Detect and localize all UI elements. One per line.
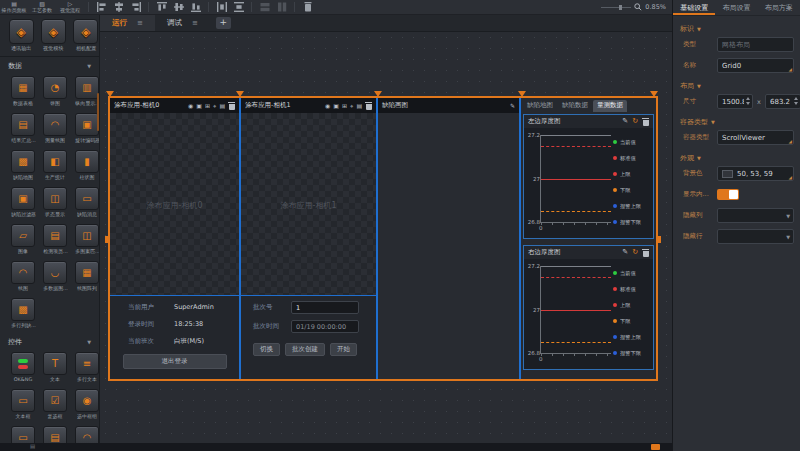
show-content-toggle[interactable]: [717, 189, 739, 200]
sidebar-tile[interactable]: ≡多行文本: [74, 352, 100, 383]
pencil-icon[interactable]: ✎: [622, 118, 628, 125]
selection-handle[interactable]: [105, 236, 109, 243]
tab-measure-data[interactable]: 量测数据: [593, 100, 627, 112]
sidebar-tile[interactable]: ◫多图案匹...: [74, 224, 100, 255]
delete-icon[interactable]: [301, 1, 314, 14]
type-field[interactable]: [718, 38, 793, 51]
batch-no-input[interactable]: [291, 301, 359, 314]
same-height-icon[interactable]: [275, 1, 288, 14]
tab-layout-scheme[interactable]: 布局方案: [758, 0, 800, 15]
add-tab-button[interactable]: +: [216, 17, 231, 29]
refresh-icon[interactable]: ↻: [632, 249, 638, 256]
sidebar-tile[interactable]: ▦线图阵列: [74, 261, 100, 292]
section-appearance[interactable]: 外观▼: [680, 153, 800, 163]
section-container-type[interactable]: 容器类型▼: [680, 117, 800, 127]
quick-operator-panel-button[interactable]: ▤ 操作员面板: [0, 1, 28, 14]
design-canvas[interactable]: 涂布应用-相机0 ◉ ▣ ⊞ ⌖ ▤ 涂布应用-相机0 当前用户SuperAdm…: [100, 32, 672, 443]
sidebar-tile[interactable]: ◫状态显示: [42, 187, 68, 218]
section-identity[interactable]: 标识▼: [680, 24, 800, 34]
locate-icon[interactable]: ⌖: [213, 103, 216, 109]
selection-handle[interactable]: [650, 91, 658, 97]
name-field[interactable]: [718, 59, 793, 72]
pencil-icon[interactable]: ✎: [622, 249, 628, 256]
selection-handle[interactable]: [106, 91, 114, 97]
statusbar-grid-icon[interactable]: ▤: [30, 444, 35, 450]
pencil-icon[interactable]: ✎: [510, 103, 515, 109]
sidebar-tile[interactable]: ▭缺陷消息: [74, 187, 100, 218]
tab-defect-map[interactable]: 缺陷地图: [523, 100, 557, 112]
camera-config-button[interactable]: ◈ 相机配置: [73, 19, 99, 52]
selection-handle[interactable]: [657, 236, 661, 243]
left-thickness-chart[interactable]: 左边厚度图 ✎ ↻ 27.2: [523, 114, 654, 239]
sidebar-tile[interactable]: ▭文本框: [10, 389, 36, 420]
right-thickness-chart[interactable]: 右边厚度图 ✎ ↻ 27.2: [523, 245, 654, 370]
zoom-fit-icon[interactable]: ⊞: [342, 103, 347, 109]
zoom-slider[interactable]: [601, 7, 631, 8]
crosshair-icon[interactable]: ◉: [188, 103, 193, 109]
delete-icon[interactable]: [228, 102, 235, 110]
batch-time-input[interactable]: [291, 320, 359, 333]
refresh-icon[interactable]: ↻: [632, 118, 638, 125]
quick-vision-flow-button[interactable]: ▷ 视觉流程: [56, 1, 84, 14]
tab-layout-settings[interactable]: 布局设置: [715, 0, 757, 15]
sidebar-tile[interactable]: ☑复选框: [42, 389, 68, 420]
align-bottom-icon[interactable]: [189, 1, 202, 14]
start-button[interactable]: 开始: [330, 343, 357, 356]
batch-create-button[interactable]: 批次创建: [285, 343, 325, 356]
distribute-vertical-icon[interactable]: [232, 1, 245, 14]
tab-defect-data[interactable]: 缺陷数据: [558, 100, 592, 112]
sidebar-tile[interactable]: ▱图像: [10, 224, 36, 255]
stepper-icon[interactable]: [746, 97, 750, 105]
align-right-icon[interactable]: [129, 1, 142, 14]
comm-output-button[interactable]: ◈ 通讯输出: [8, 19, 34, 52]
sidebar-tile[interactable]: ◉选中框组: [74, 389, 100, 420]
scale-1-1-icon[interactable]: ▣: [196, 103, 202, 109]
sidebar-tile[interactable]: ◠测量线图: [42, 113, 68, 144]
tab-debug[interactable]: 调试 ≡: [155, 15, 210, 31]
tab-menu-icon[interactable]: ≡: [192, 19, 198, 27]
sidebar-tile-okng[interactable]: ◉OK&NG: [10, 352, 36, 383]
tab-basic-settings[interactable]: 基础设置: [673, 0, 715, 15]
hide-rows-dropdown[interactable]: ▼: [717, 229, 794, 244]
selection-handle[interactable]: [236, 91, 244, 97]
zoom-fit-icon[interactable]: ⊞: [205, 103, 210, 109]
selection-handle[interactable]: [518, 91, 526, 97]
sidebar-tile[interactable]: ▦数据表格: [10, 76, 36, 107]
container-type-field[interactable]: [718, 131, 793, 144]
color-swatch[interactable]: [722, 170, 733, 178]
sidebar-scrollbar[interactable]: [97, 93, 99, 131]
hide-columns-dropdown[interactable]: ▼: [717, 208, 794, 223]
sidebar-tile[interactable]: ◠: [74, 426, 100, 443]
align-left-icon[interactable]: [95, 1, 108, 14]
locate-icon[interactable]: ⌖: [350, 103, 353, 109]
align-top-icon[interactable]: [155, 1, 168, 14]
selected-grid-container[interactable]: 涂布应用-相机0 ◉ ▣ ⊞ ⌖ ▤ 涂布应用-相机0 当前用户SuperAdm…: [108, 96, 658, 381]
statusbar-badge-icon[interactable]: [651, 444, 660, 450]
crosshair-icon[interactable]: ◉: [325, 103, 330, 109]
sidebar-tile[interactable]: ◧生产统计: [42, 150, 68, 181]
section-header-controls[interactable]: 控件 ▼: [0, 333, 99, 349]
section-layout[interactable]: 布局▼: [680, 81, 800, 91]
distribute-horizontal-icon[interactable]: [215, 1, 228, 14]
sidebar-tile[interactable]: ▤检测项历...: [42, 224, 68, 255]
sidebar-tile[interactable]: ◠线图: [10, 261, 36, 292]
delete-icon[interactable]: [642, 118, 649, 126]
sidebar-tile[interactable]: ▤: [42, 426, 68, 443]
defect-draw-panel[interactable]: 缺陷画图 ✎: [378, 98, 519, 379]
scale-1-1-icon[interactable]: ▣: [333, 103, 339, 109]
tab-run[interactable]: 运行 ≡: [100, 15, 155, 31]
align-vcenter-icon[interactable]: [112, 1, 125, 14]
same-width-icon[interactable]: [258, 1, 271, 14]
background-color-field[interactable]: 50, 53, 59 ◢: [717, 166, 794, 181]
camera1-panel[interactable]: 涂布应用-相机1 ◉ ▣ ⊞ ⌖ ▤ 涂布应用-相机1 批次号: [241, 98, 376, 379]
selection-handle[interactable]: [374, 91, 382, 97]
sidebar-tile[interactable]: T文本: [42, 352, 68, 383]
list-icon[interactable]: ▤: [356, 103, 362, 109]
sidebar-tile[interactable]: ▭: [10, 426, 36, 443]
camera0-panel[interactable]: 涂布应用-相机0 ◉ ▣ ⊞ ⌖ ▤ 涂布应用-相机0 当前用户SuperAdm…: [110, 98, 239, 379]
quick-process-params-button[interactable]: ▧ 工艺参数: [28, 1, 56, 14]
delete-icon[interactable]: [365, 102, 372, 110]
list-icon[interactable]: ▤: [219, 103, 225, 109]
align-hcenter-icon[interactable]: [172, 1, 185, 14]
sidebar-tile[interactable]: ▩多行列缺...: [10, 298, 36, 329]
